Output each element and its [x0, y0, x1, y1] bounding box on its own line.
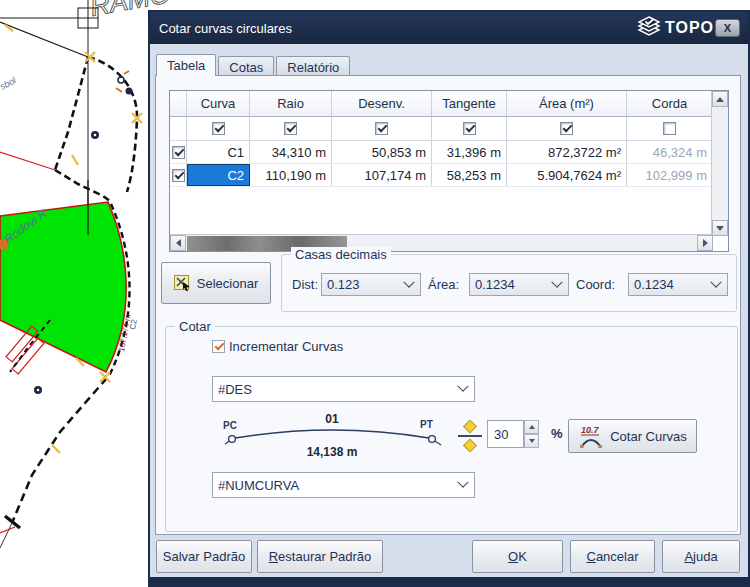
ajuda-button[interactable]: Ajuda — [662, 540, 740, 573]
restaurar-padrao-button[interactable]: Restaurar Padrão — [257, 540, 383, 573]
header-curva[interactable]: Curva — [187, 91, 250, 116]
map-point-marker-2-center — [37, 389, 40, 392]
vertical-scrollbar[interactable] — [711, 91, 728, 236]
scroll-up-button[interactable] — [712, 91, 728, 107]
salvar-padrao-button[interactable]: Salvar Padrão — [156, 540, 252, 573]
scroll-down-button[interactable] — [712, 220, 728, 236]
table-filter-row — [170, 117, 728, 141]
dist-combo-value: 0.123 — [322, 277, 405, 292]
scroll-left-button[interactable] — [170, 235, 186, 251]
percent-input[interactable]: 30 — [487, 420, 524, 448]
coord-combo-value: 0.1234 — [629, 277, 712, 292]
filter-checkbox-desenv[interactable] — [375, 122, 388, 135]
area-combo-value: 0.1234 — [470, 277, 553, 292]
tab-bar: Tabela Cotas Relatório — [156, 54, 352, 76]
curve-number-label: 01 — [325, 412, 339, 426]
header-desenv[interactable]: Desenv. — [332, 91, 432, 116]
triangle-down-icon — [529, 439, 535, 443]
numcurva-combo[interactable]: #NUMCURVA — [212, 472, 475, 498]
area-combo[interactable]: 0.1234 — [469, 273, 569, 296]
triangle-up-icon — [716, 97, 724, 102]
pick-select-icon — [174, 275, 192, 291]
tabpage-tabela: Curva Raio Desenv. Tangente Área (m²) Co… — [155, 75, 741, 535]
topo-logo-text: TOPO — [665, 19, 714, 37]
table-row[interactable]: C1 34,310 m 50,853 m 31,396 m 872,3722 m… — [170, 141, 728, 164]
header-select — [170, 91, 187, 116]
cell-raio[interactable]: 34,310 m — [250, 141, 332, 163]
header-corda[interactable]: Corda — [627, 91, 713, 116]
cell-tangente[interactable]: 58,253 m — [432, 164, 507, 186]
cell-curva[interactable]: C1 — [187, 141, 250, 163]
cell-corda[interactable]: 102,999 m — [627, 164, 713, 186]
cell-tangente[interactable]: 31,396 m — [432, 141, 507, 163]
cell-curva-selected[interactable]: C2 — [187, 164, 250, 186]
selecionar-button[interactable]: Selecionar — [161, 262, 271, 304]
coord-label: Coord: — [576, 277, 615, 292]
coord-combo[interactable]: 0.1234 — [628, 273, 728, 296]
des-format-combo-value: #DES — [213, 382, 459, 397]
chevron-down-icon — [710, 276, 721, 287]
curves-table: Curva Raio Desenv. Tangente Área (m²) Co… — [169, 90, 729, 252]
incrementar-curvas-label: Incrementar Curvas — [229, 339, 343, 354]
dimension-curve-icon: 10.7 — [578, 424, 604, 448]
cancelar-button[interactable]: Cancelar — [570, 540, 655, 573]
table-row[interactable]: C2 110,190 m 107,174 m 58,253 m 5.904,76… — [170, 164, 728, 187]
filter-checkbox-area[interactable] — [560, 122, 573, 135]
filter-checkbox-tangente[interactable] — [463, 122, 476, 135]
cell-desenv[interactable]: 50,853 m — [332, 141, 432, 163]
selecionar-label: Selecionar — [197, 276, 258, 291]
ok-button[interactable]: OK — [472, 540, 563, 573]
pt-label: PT — [420, 419, 433, 430]
cotar-group-title: Cotar — [175, 319, 215, 334]
topo-logo: TOPO — [636, 15, 714, 41]
table-header-row: Curva Raio Desenv. Tangente Área (m²) Co… — [170, 91, 728, 117]
close-button[interactable]: X — [715, 19, 740, 37]
triangle-right-icon — [703, 239, 708, 247]
spinner-up-button[interactable] — [524, 420, 539, 434]
cell-raio[interactable]: 110,190 m — [250, 164, 332, 186]
des-format-combo[interactable]: #DES — [212, 376, 475, 402]
dist-combo[interactable]: 0.123 — [321, 273, 421, 296]
curve-preview-diagram: PC PT 01 14,138 m — [217, 411, 447, 463]
curve-length-label: 14,138 m — [307, 445, 358, 459]
cell-corda[interactable]: 46,324 m — [627, 141, 713, 163]
cotar-curvas-button[interactable]: 10.7 Cotar Curvas — [568, 419, 697, 453]
chevron-down-icon — [457, 477, 468, 488]
pc-label: PC — [223, 420, 237, 431]
row-checkbox-c2[interactable] — [172, 169, 185, 182]
header-tangente[interactable]: Tangente — [432, 91, 507, 116]
row-checkbox-c1[interactable] — [172, 146, 185, 159]
casas-decimais-group: Casas decimais Dist: 0.123 Área: 0.1234 … — [281, 254, 737, 312]
chevron-down-icon — [551, 276, 562, 287]
dialog-title: Cotar curvas circulares — [159, 21, 636, 36]
chevron-down-icon — [457, 381, 468, 392]
dialog-cotar-curvas: Cotar curvas circulares TOPO X Tabela Co… — [148, 10, 750, 587]
incrementar-curvas-checkbox[interactable] — [212, 340, 225, 353]
dimension-icon-text: 10.7 — [581, 425, 600, 435]
tab-tabela[interactable]: Tabela — [156, 54, 216, 76]
cell-area[interactable]: 5.904,7624 m² — [507, 164, 627, 186]
filter-checkbox-curva[interactable] — [212, 122, 225, 135]
vertical-offset-icon[interactable] — [457, 420, 483, 452]
cell-desenv[interactable]: 107,174 m — [332, 164, 432, 186]
cotar-group: Cotar Incrementar Curvas #DES PC PT 01 — [165, 326, 738, 532]
percent-spinner: 30 — [487, 420, 539, 448]
topo-logo-icon — [636, 15, 662, 41]
spinner-down-button[interactable] — [524, 434, 539, 448]
scroll-right-button[interactable] — [697, 235, 713, 251]
cotar-curvas-button-label: Cotar Curvas — [610, 429, 687, 444]
dialog-bottom-border — [150, 577, 748, 585]
filter-checkbox-corda[interactable] — [663, 122, 676, 135]
horizontal-scrollbar[interactable] — [170, 234, 713, 251]
dialog-titlebar[interactable]: Cotar curvas circulares TOPO X — [150, 12, 748, 44]
tab-cotas[interactable]: Cotas — [218, 56, 274, 76]
cell-area[interactable]: 872,3722 m² — [507, 141, 627, 163]
header-raio[interactable]: Raio — [250, 91, 332, 116]
dist-label: Dist: — [292, 277, 318, 292]
triangle-up-icon — [529, 425, 535, 429]
filter-checkbox-raio[interactable] — [284, 122, 297, 135]
tab-relatorio[interactable]: Relatório — [276, 56, 350, 76]
header-area[interactable]: Área (m²) — [507, 91, 627, 116]
application-window: RAMO sbol — [0, 0, 750, 587]
area-label: Área: — [428, 277, 459, 292]
